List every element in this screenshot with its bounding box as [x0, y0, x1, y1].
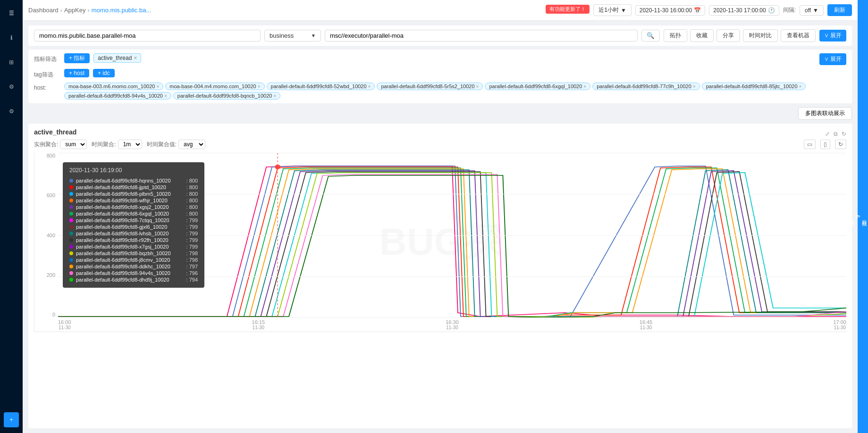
expand-button-2[interactable]: ∨ 展开	[819, 53, 846, 65]
add-idc-button[interactable]: + idc	[93, 69, 115, 77]
right-sidebar-amp1: &	[855, 214, 861, 219]
time-range-button[interactable]: 近1小时 ▼	[593, 4, 632, 16]
info-icon[interactable]: ℹ	[4, 30, 19, 45]
tooltip-item: parallel-default-6ddf99cfd8-dhd9j_10020 …	[69, 276, 198, 283]
host-tags-container: moa-base-003.m6.momo.com_10020× moa-base…	[64, 83, 846, 100]
filter-section: 指标筛选 + 指标 active_thread × ∨ 展开 tag筛选 + h…	[28, 50, 852, 103]
remove-host-8-icon[interactable]: ×	[273, 93, 276, 99]
time-compare-button[interactable]: 时间对比	[743, 29, 778, 42]
tooltip-value: : 799	[186, 217, 198, 223]
tooltip-value: : 797	[186, 264, 198, 269]
metric-tag-active-thread: active_thread ×	[93, 53, 141, 63]
host-tag-4: parallel-default-6ddf99cfd8-6xgql_10020×	[485, 83, 590, 90]
remove-metric-icon[interactable]: ×	[134, 55, 137, 61]
host-tag-5: parallel-default-6ddf99cfd8-77c9h_10020×	[592, 83, 699, 90]
tooltip-dot	[69, 271, 73, 275]
right-sidebar-nav[interactable]: 导航	[861, 214, 868, 219]
multi-chart-row: 多图表联动展示	[28, 107, 852, 120]
metric-filter-label: 指标筛选	[34, 53, 60, 63]
tooltip-value: : 796	[186, 270, 198, 276]
chart-title: active_thread	[34, 128, 76, 136]
window-icon[interactable]: ⧉	[834, 131, 838, 137]
remove-host-1-icon[interactable]: ×	[258, 84, 261, 89]
tooltip-item: parallel-default-6ddf99cfd8-94v4s_10020 …	[69, 270, 198, 276]
time-start-input[interactable]: 2020-11-30 16:00:00 📅	[635, 5, 705, 16]
remove-host-7-icon[interactable]: ×	[164, 93, 167, 99]
collect-button[interactable]: 收藏	[690, 29, 714, 42]
topo-button[interactable]: 拓扑	[664, 29, 687, 42]
menu-icon[interactable]: ☰	[4, 6, 19, 21]
chart-section: active_thread ⤢ ⧉ ↻ 实例聚合: sum avg	[28, 124, 852, 428]
tooltip-dot	[69, 232, 73, 235]
time-agg-control: 时间聚合: 1m 5m	[92, 140, 142, 149]
business-dropdown[interactable]: business ▼	[264, 30, 321, 42]
tooltip-label: parallel-default-6ddf99cfd8-jjptd_10020	[76, 184, 184, 190]
share-button[interactable]: 分享	[716, 29, 740, 42]
chart-resize-icon-1[interactable]: ▭	[804, 140, 816, 149]
breadcrumb-current[interactable]: momo.mis.public.ba...	[92, 7, 151, 14]
add-host-button[interactable]: + host	[64, 69, 89, 77]
add-icon[interactable]: +	[4, 412, 19, 427]
tooltip-value: : 800	[186, 184, 198, 190]
tooltip-label: parallel-default-6ddf99cfd8-r92fh_10020	[76, 237, 184, 243]
host-filter-row: host: moa-base-003.m6.momo.com_10020× mo…	[34, 83, 846, 100]
multi-chart-button[interactable]: 多图表联动展示	[798, 107, 852, 120]
add-metric-button[interactable]: + 指标	[64, 53, 90, 63]
tag-filter-label: tag筛选	[34, 69, 60, 79]
tooltip-value: : 800	[186, 191, 198, 197]
breadcrumb-appkey[interactable]: AppKey	[64, 7, 86, 14]
path-input[interactable]	[325, 30, 638, 42]
remove-host-3-icon[interactable]: ×	[476, 84, 479, 89]
chart-resize-icon-2[interactable]: ▯	[820, 140, 830, 149]
tooltip-label: parallel-default-6ddf99cfd8-plbm5_10020	[76, 191, 184, 197]
chart-resize-icon-3[interactable]: ↻	[835, 140, 846, 149]
settings2-icon[interactable]: ⚙	[4, 104, 19, 119]
tooltip-item: parallel-default-6ddf99cfd8-j8cmv_10020 …	[69, 257, 198, 263]
tooltip-label: parallel-default-6ddf99cfd8-hqnns_10020	[76, 178, 184, 183]
settings-icon[interactable]: ⚙	[4, 79, 19, 94]
expand-button-1[interactable]: ∨ 展开	[819, 30, 846, 42]
host-tag-8: parallel-default-6ddf99cfd8-bqncb_10020×	[173, 92, 280, 100]
refresh-chart-icon[interactable]: ↻	[842, 131, 846, 137]
time-agg-extra-select[interactable]: avg max	[178, 140, 205, 149]
breadcrumb-dashboard[interactable]: Dashboard	[28, 7, 59, 14]
tooltip-dot	[69, 185, 73, 189]
chart-corner-icons: ⤢ ⧉ ↻	[825, 131, 846, 137]
instance-agg-select[interactable]: sum avg	[60, 140, 87, 149]
y-axis: 800 600 400 200 0	[34, 153, 58, 317]
grid-icon[interactable]: ⊞	[4, 55, 19, 70]
tooltip-popup: 2020-11-30 16:19:00 parallel-default-6dd…	[63, 162, 204, 288]
tooltip-dot	[69, 251, 73, 255]
tooltip-dot	[69, 179, 73, 183]
tooltip-dot	[69, 205, 73, 209]
host-tag-3: parallel-default-6ddf99cfd8-5r5s2_10020×	[377, 83, 483, 90]
search-button[interactable]: 🔍	[641, 30, 660, 42]
interval-select[interactable]: off ▼	[800, 5, 824, 16]
tooltip-dot	[69, 245, 73, 249]
tooltip-label: parallel-default-6ddf99cfd8-gjxl6_10020	[76, 224, 184, 230]
x-axis-label-4: 17:00 11-30	[833, 319, 846, 330]
remove-host-6-icon[interactable]: ×	[799, 84, 802, 89]
check-machine-button[interactable]: 查看机器	[781, 29, 816, 42]
tooltip-time: 2020-11-30 16:19:00	[69, 167, 198, 174]
tooltip-dot	[69, 218, 73, 222]
tooltip-label: parallel-default-6ddf99cfd8-bqzbh_10020	[76, 250, 184, 256]
refresh-button[interactable]: 刷新	[827, 4, 852, 16]
tooltip-label: parallel-default-6ddf99cfd8-x7gsj_10020	[76, 244, 184, 250]
remove-host-4-icon[interactable]: ×	[583, 84, 586, 89]
remove-host-5-icon[interactable]: ×	[693, 84, 696, 89]
svg-point-1	[275, 165, 280, 169]
fullscreen-icon[interactable]: ⤢	[825, 131, 830, 137]
app-search-input[interactable]	[34, 30, 261, 42]
tooltip-value: : 799	[186, 231, 198, 236]
time-agg-select[interactable]: 1m 5m	[118, 140, 142, 149]
host-tag-0: moa-base-003.m6.momo.com_10020×	[64, 83, 163, 90]
tooltip-item: parallel-default-6ddf99cfd8-ddkhc_10020 …	[69, 263, 198, 270]
remove-host-0-icon[interactable]: ×	[156, 84, 159, 89]
tooltip-item: parallel-default-6ddf99cfd8-x7gsj_10020 …	[69, 243, 198, 250]
top-header: Dashboard › AppKey › momo.mis.public.ba.…	[23, 0, 858, 21]
tooltip-dot	[69, 265, 73, 268]
remove-host-2-icon[interactable]: ×	[368, 84, 371, 89]
left-sidebar: ☰ ℹ ⊞ ⚙ ⚙ +	[0, 0, 23, 433]
time-end-input[interactable]: 2020-11-30 17:00:00 🕐	[709, 5, 779, 16]
